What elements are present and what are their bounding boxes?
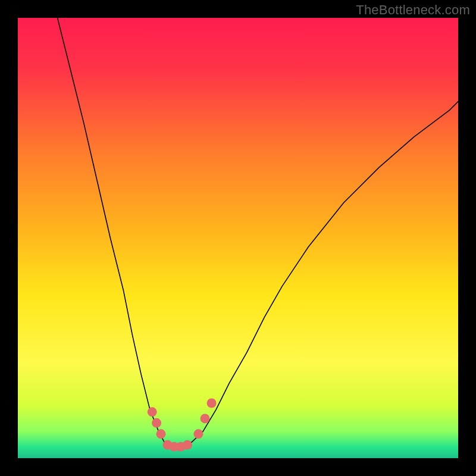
highlight-point [152,418,161,428]
highlight-point [156,429,166,439]
chart-svg [18,18,458,458]
gradient-background [18,18,458,458]
highlight-point [201,414,210,423]
highlight-point [193,429,203,439]
plot-area [18,18,458,458]
highlight-point [183,440,192,450]
watermark-text: TheBottleneck.com [356,2,470,18]
highlight-point [207,399,217,408]
highlight-point [148,407,157,416]
chart-container: TheBottleneck.com [0,0,476,476]
